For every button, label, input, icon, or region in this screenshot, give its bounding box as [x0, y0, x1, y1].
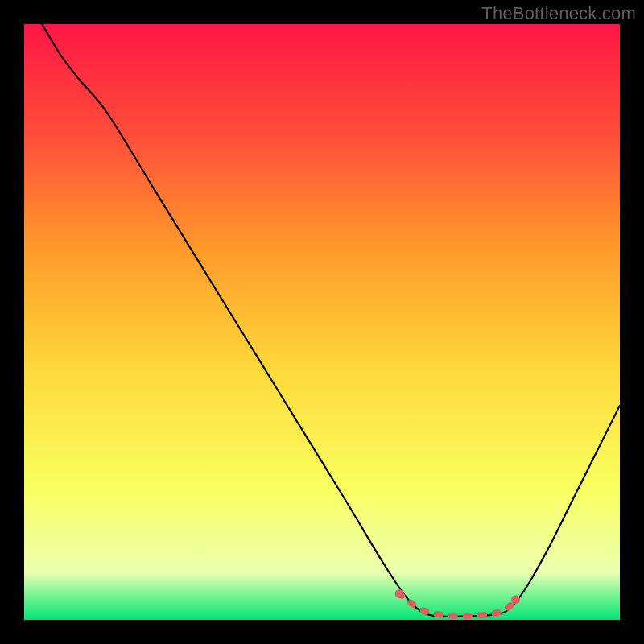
- svg-point-0: [395, 589, 404, 598]
- watermark-text: TheBottleneck.com: [481, 3, 636, 24]
- plot-area: [24, 24, 620, 620]
- svg-point-1: [511, 595, 520, 604]
- chart-frame: TheBottleneck.com: [0, 0, 644, 644]
- bottleneck-chart: [0, 0, 644, 644]
